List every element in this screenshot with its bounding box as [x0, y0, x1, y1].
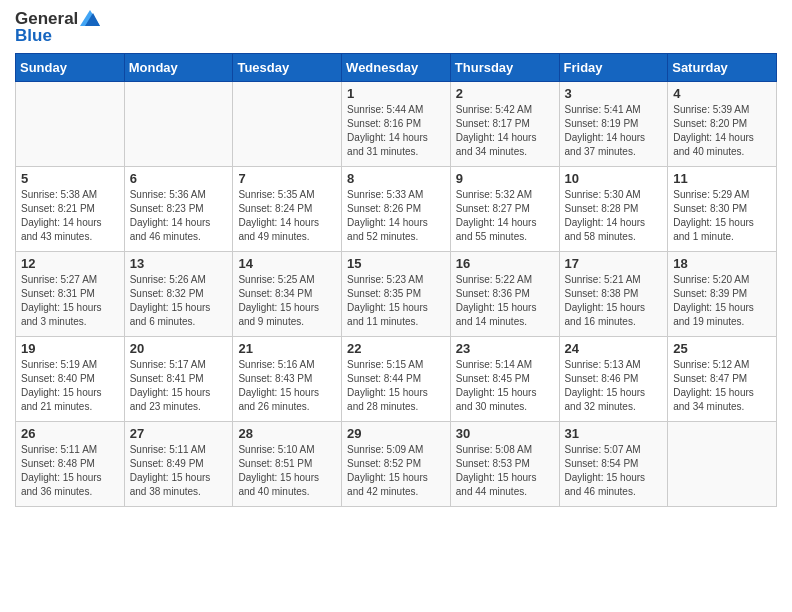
calendar-cell: 9Sunrise: 5:32 AM Sunset: 8:27 PM Daylig… [450, 167, 559, 252]
day-number: 19 [21, 341, 119, 356]
weekday-header: Tuesday [233, 54, 342, 82]
day-number: 21 [238, 341, 336, 356]
day-info: Sunrise: 5:09 AM Sunset: 8:52 PM Dayligh… [347, 443, 445, 499]
day-info: Sunrise: 5:32 AM Sunset: 8:27 PM Dayligh… [456, 188, 554, 244]
day-info: Sunrise: 5:19 AM Sunset: 8:40 PM Dayligh… [21, 358, 119, 414]
day-info: Sunrise: 5:07 AM Sunset: 8:54 PM Dayligh… [565, 443, 663, 499]
logo-icon [80, 10, 100, 26]
day-info: Sunrise: 5:33 AM Sunset: 8:26 PM Dayligh… [347, 188, 445, 244]
day-info: Sunrise: 5:13 AM Sunset: 8:46 PM Dayligh… [565, 358, 663, 414]
day-info: Sunrise: 5:15 AM Sunset: 8:44 PM Dayligh… [347, 358, 445, 414]
calendar-cell: 29Sunrise: 5:09 AM Sunset: 8:52 PM Dayli… [342, 422, 451, 507]
calendar-cell: 25Sunrise: 5:12 AM Sunset: 8:47 PM Dayli… [668, 337, 777, 422]
calendar-cell: 6Sunrise: 5:36 AM Sunset: 8:23 PM Daylig… [124, 167, 233, 252]
day-number: 30 [456, 426, 554, 441]
day-info: Sunrise: 5:20 AM Sunset: 8:39 PM Dayligh… [673, 273, 771, 329]
day-info: Sunrise: 5:11 AM Sunset: 8:48 PM Dayligh… [21, 443, 119, 499]
header-row: SundayMondayTuesdayWednesdayThursdayFrid… [16, 54, 777, 82]
day-info: Sunrise: 5:39 AM Sunset: 8:20 PM Dayligh… [673, 103, 771, 159]
weekday-header: Monday [124, 54, 233, 82]
day-number: 1 [347, 86, 445, 101]
day-number: 17 [565, 256, 663, 271]
calendar-week-row: 5Sunrise: 5:38 AM Sunset: 8:21 PM Daylig… [16, 167, 777, 252]
calendar-cell: 22Sunrise: 5:15 AM Sunset: 8:44 PM Dayli… [342, 337, 451, 422]
day-number: 2 [456, 86, 554, 101]
day-info: Sunrise: 5:10 AM Sunset: 8:51 PM Dayligh… [238, 443, 336, 499]
day-number: 4 [673, 86, 771, 101]
day-number: 20 [130, 341, 228, 356]
calendar-week-row: 12Sunrise: 5:27 AM Sunset: 8:31 PM Dayli… [16, 252, 777, 337]
day-number: 10 [565, 171, 663, 186]
day-number: 23 [456, 341, 554, 356]
day-number: 28 [238, 426, 336, 441]
calendar-cell: 8Sunrise: 5:33 AM Sunset: 8:26 PM Daylig… [342, 167, 451, 252]
day-info: Sunrise: 5:12 AM Sunset: 8:47 PM Dayligh… [673, 358, 771, 414]
day-info: Sunrise: 5:23 AM Sunset: 8:35 PM Dayligh… [347, 273, 445, 329]
calendar-week-row: 1Sunrise: 5:44 AM Sunset: 8:16 PM Daylig… [16, 82, 777, 167]
day-info: Sunrise: 5:11 AM Sunset: 8:49 PM Dayligh… [130, 443, 228, 499]
day-info: Sunrise: 5:30 AM Sunset: 8:28 PM Dayligh… [565, 188, 663, 244]
calendar-cell: 26Sunrise: 5:11 AM Sunset: 8:48 PM Dayli… [16, 422, 125, 507]
calendar-cell [233, 82, 342, 167]
calendar-cell: 28Sunrise: 5:10 AM Sunset: 8:51 PM Dayli… [233, 422, 342, 507]
weekday-header: Sunday [16, 54, 125, 82]
calendar-cell: 7Sunrise: 5:35 AM Sunset: 8:24 PM Daylig… [233, 167, 342, 252]
calendar-cell: 23Sunrise: 5:14 AM Sunset: 8:45 PM Dayli… [450, 337, 559, 422]
day-number: 15 [347, 256, 445, 271]
calendar-cell: 16Sunrise: 5:22 AM Sunset: 8:36 PM Dayli… [450, 252, 559, 337]
day-info: Sunrise: 5:36 AM Sunset: 8:23 PM Dayligh… [130, 188, 228, 244]
calendar-cell: 11Sunrise: 5:29 AM Sunset: 8:30 PM Dayli… [668, 167, 777, 252]
weekday-header: Saturday [668, 54, 777, 82]
day-number: 16 [456, 256, 554, 271]
calendar-cell: 31Sunrise: 5:07 AM Sunset: 8:54 PM Dayli… [559, 422, 668, 507]
day-info: Sunrise: 5:25 AM Sunset: 8:34 PM Dayligh… [238, 273, 336, 329]
calendar-cell [124, 82, 233, 167]
calendar-cell: 27Sunrise: 5:11 AM Sunset: 8:49 PM Dayli… [124, 422, 233, 507]
calendar-cell [668, 422, 777, 507]
day-info: Sunrise: 5:16 AM Sunset: 8:43 PM Dayligh… [238, 358, 336, 414]
calendar-cell: 5Sunrise: 5:38 AM Sunset: 8:21 PM Daylig… [16, 167, 125, 252]
logo-blue: Blue [15, 27, 52, 46]
calendar-cell: 30Sunrise: 5:08 AM Sunset: 8:53 PM Dayli… [450, 422, 559, 507]
calendar-cell: 2Sunrise: 5:42 AM Sunset: 8:17 PM Daylig… [450, 82, 559, 167]
day-number: 26 [21, 426, 119, 441]
day-number: 27 [130, 426, 228, 441]
day-number: 22 [347, 341, 445, 356]
day-number: 11 [673, 171, 771, 186]
day-number: 7 [238, 171, 336, 186]
calendar-cell: 14Sunrise: 5:25 AM Sunset: 8:34 PM Dayli… [233, 252, 342, 337]
day-info: Sunrise: 5:41 AM Sunset: 8:19 PM Dayligh… [565, 103, 663, 159]
calendar-cell: 13Sunrise: 5:26 AM Sunset: 8:32 PM Dayli… [124, 252, 233, 337]
calendar-cell: 15Sunrise: 5:23 AM Sunset: 8:35 PM Dayli… [342, 252, 451, 337]
day-number: 25 [673, 341, 771, 356]
calendar-cell: 3Sunrise: 5:41 AM Sunset: 8:19 PM Daylig… [559, 82, 668, 167]
calendar-cell: 19Sunrise: 5:19 AM Sunset: 8:40 PM Dayli… [16, 337, 125, 422]
day-number: 18 [673, 256, 771, 271]
day-number: 5 [21, 171, 119, 186]
calendar-cell [16, 82, 125, 167]
day-info: Sunrise: 5:22 AM Sunset: 8:36 PM Dayligh… [456, 273, 554, 329]
day-info: Sunrise: 5:38 AM Sunset: 8:21 PM Dayligh… [21, 188, 119, 244]
calendar-cell: 24Sunrise: 5:13 AM Sunset: 8:46 PM Dayli… [559, 337, 668, 422]
day-info: Sunrise: 5:14 AM Sunset: 8:45 PM Dayligh… [456, 358, 554, 414]
day-info: Sunrise: 5:29 AM Sunset: 8:30 PM Dayligh… [673, 188, 771, 244]
day-info: Sunrise: 5:08 AM Sunset: 8:53 PM Dayligh… [456, 443, 554, 499]
calendar-week-row: 19Sunrise: 5:19 AM Sunset: 8:40 PM Dayli… [16, 337, 777, 422]
day-number: 6 [130, 171, 228, 186]
day-info: Sunrise: 5:27 AM Sunset: 8:31 PM Dayligh… [21, 273, 119, 329]
calendar-week-row: 26Sunrise: 5:11 AM Sunset: 8:48 PM Dayli… [16, 422, 777, 507]
day-number: 24 [565, 341, 663, 356]
day-info: Sunrise: 5:26 AM Sunset: 8:32 PM Dayligh… [130, 273, 228, 329]
page-header: General Blue [15, 10, 777, 45]
calendar-cell: 21Sunrise: 5:16 AM Sunset: 8:43 PM Dayli… [233, 337, 342, 422]
calendar-cell: 10Sunrise: 5:30 AM Sunset: 8:28 PM Dayli… [559, 167, 668, 252]
calendar-cell: 12Sunrise: 5:27 AM Sunset: 8:31 PM Dayli… [16, 252, 125, 337]
weekday-header: Friday [559, 54, 668, 82]
calendar-body: 1Sunrise: 5:44 AM Sunset: 8:16 PM Daylig… [16, 82, 777, 507]
calendar-table: SundayMondayTuesdayWednesdayThursdayFrid… [15, 53, 777, 507]
calendar-cell: 4Sunrise: 5:39 AM Sunset: 8:20 PM Daylig… [668, 82, 777, 167]
day-number: 29 [347, 426, 445, 441]
calendar-header: SundayMondayTuesdayWednesdayThursdayFrid… [16, 54, 777, 82]
day-number: 13 [130, 256, 228, 271]
day-info: Sunrise: 5:42 AM Sunset: 8:17 PM Dayligh… [456, 103, 554, 159]
